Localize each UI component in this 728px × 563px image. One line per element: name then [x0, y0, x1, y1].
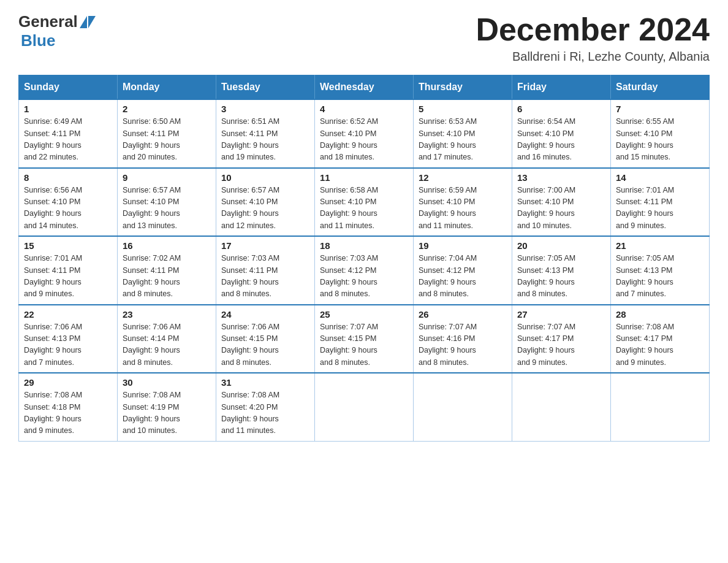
day-number: 1: [24, 104, 112, 114]
day-info: Sunrise: 7:04 AMSunset: 4:12 PMDaylight:…: [419, 253, 507, 301]
week-row: 8Sunrise: 6:56 AMSunset: 4:10 PMDaylight…: [19, 168, 710, 237]
calendar-cell: 17Sunrise: 7:03 AMSunset: 4:11 PMDayligh…: [216, 236, 315, 305]
calendar-cell: 11Sunrise: 6:58 AMSunset: 4:10 PMDayligh…: [315, 168, 414, 237]
calendar-cell: 2Sunrise: 6:50 AMSunset: 4:11 PMDaylight…: [118, 99, 216, 168]
calendar-cell: 3Sunrise: 6:51 AMSunset: 4:11 PMDaylight…: [216, 99, 315, 168]
day-number: 18: [320, 240, 408, 251]
day-info: Sunrise: 6:55 AMSunset: 4:10 PMDaylight:…: [616, 116, 704, 164]
calendar-table: SundayMondayTuesdayWednesdayThursdayFrid…: [18, 75, 710, 442]
day-number: 3: [221, 104, 309, 114]
calendar-cell: 20Sunrise: 7:05 AMSunset: 4:13 PMDayligh…: [512, 236, 611, 305]
day-header-tuesday: Tuesday: [216, 75, 315, 100]
day-number: 13: [517, 172, 605, 183]
calendar-cell: 30Sunrise: 7:08 AMSunset: 4:19 PMDayligh…: [118, 373, 216, 441]
day-number: 9: [123, 172, 211, 183]
calendar-cell: 13Sunrise: 7:00 AMSunset: 4:10 PMDayligh…: [512, 168, 611, 237]
calendar-cell: 18Sunrise: 7:03 AMSunset: 4:12 PMDayligh…: [315, 236, 414, 305]
day-info: Sunrise: 7:03 AMSunset: 4:11 PMDaylight:…: [221, 253, 309, 301]
calendar-cell: 28Sunrise: 7:08 AMSunset: 4:17 PMDayligh…: [611, 305, 710, 373]
day-info: Sunrise: 6:59 AMSunset: 4:10 PMDaylight:…: [419, 185, 507, 232]
calendar-cell: [611, 373, 710, 441]
day-number: 29: [24, 377, 112, 388]
calendar-cell: 23Sunrise: 7:06 AMSunset: 4:14 PMDayligh…: [118, 305, 216, 373]
day-header-thursday: Thursday: [414, 75, 512, 100]
day-number: 26: [419, 309, 507, 320]
logo-icon: [80, 16, 96, 28]
day-info: Sunrise: 6:57 AMSunset: 4:10 PMDaylight:…: [123, 185, 211, 232]
calendar-cell: 25Sunrise: 7:07 AMSunset: 4:15 PMDayligh…: [315, 305, 414, 373]
day-info: Sunrise: 7:07 AMSunset: 4:16 PMDaylight:…: [419, 321, 507, 369]
calendar-cell: 31Sunrise: 7:08 AMSunset: 4:20 PMDayligh…: [216, 373, 315, 441]
day-info: Sunrise: 7:08 AMSunset: 4:20 PMDaylight:…: [221, 389, 309, 437]
day-number: 31: [221, 377, 309, 388]
logo-blue-text: Blue: [21, 31, 55, 50]
calendar-cell: 19Sunrise: 7:04 AMSunset: 4:12 PMDayligh…: [414, 236, 512, 305]
calendar-cell: 21Sunrise: 7:05 AMSunset: 4:13 PMDayligh…: [611, 236, 710, 305]
calendar-cell: 12Sunrise: 6:59 AMSunset: 4:10 PMDayligh…: [414, 168, 512, 237]
location-title: Balldreni i Ri, Lezhe County, Albania: [476, 50, 710, 64]
calendar-cell: 15Sunrise: 7:01 AMSunset: 4:11 PMDayligh…: [19, 236, 118, 305]
day-info: Sunrise: 6:52 AMSunset: 4:10 PMDaylight:…: [320, 116, 408, 164]
day-number: 10: [221, 172, 309, 183]
calendar-cell: 29Sunrise: 7:08 AMSunset: 4:18 PMDayligh…: [19, 373, 118, 441]
calendar-cell: 7Sunrise: 6:55 AMSunset: 4:10 PMDaylight…: [611, 99, 710, 168]
calendar-cell: 16Sunrise: 7:02 AMSunset: 4:11 PMDayligh…: [118, 236, 216, 305]
day-number: 14: [616, 172, 704, 183]
week-row: 1Sunrise: 6:49 AMSunset: 4:11 PMDaylight…: [19, 99, 710, 168]
day-info: Sunrise: 7:08 AMSunset: 4:19 PMDaylight:…: [123, 389, 211, 437]
day-info: Sunrise: 6:54 AMSunset: 4:10 PMDaylight:…: [517, 116, 605, 164]
calendar-cell: 22Sunrise: 7:06 AMSunset: 4:13 PMDayligh…: [19, 305, 118, 373]
calendar-cell: 4Sunrise: 6:52 AMSunset: 4:10 PMDaylight…: [315, 99, 414, 168]
day-info: Sunrise: 6:56 AMSunset: 4:10 PMDaylight:…: [24, 185, 112, 232]
day-number: 27: [517, 309, 605, 320]
day-info: Sunrise: 7:05 AMSunset: 4:13 PMDaylight:…: [616, 253, 704, 301]
day-info: Sunrise: 7:05 AMSunset: 4:13 PMDaylight:…: [517, 253, 605, 301]
days-header-row: SundayMondayTuesdayWednesdayThursdayFrid…: [19, 75, 710, 100]
day-info: Sunrise: 6:51 AMSunset: 4:11 PMDaylight:…: [221, 116, 309, 164]
day-info: Sunrise: 6:49 AMSunset: 4:11 PMDaylight:…: [24, 116, 112, 164]
day-number: 2: [123, 104, 211, 114]
calendar-cell: [315, 373, 414, 441]
day-info: Sunrise: 7:07 AMSunset: 4:17 PMDaylight:…: [517, 321, 605, 369]
day-info: Sunrise: 7:06 AMSunset: 4:14 PMDaylight:…: [123, 321, 211, 369]
day-number: 21: [616, 240, 704, 251]
day-number: 22: [24, 309, 112, 320]
day-header-sunday: Sunday: [19, 75, 118, 100]
week-row: 29Sunrise: 7:08 AMSunset: 4:18 PMDayligh…: [19, 373, 710, 441]
title-area: December 2024 Balldreni i Ri, Lezhe Coun…: [476, 12, 710, 64]
day-number: 4: [320, 104, 408, 114]
calendar-cell: [414, 373, 512, 441]
day-info: Sunrise: 6:57 AMSunset: 4:10 PMDaylight:…: [221, 185, 309, 232]
day-info: Sunrise: 7:06 AMSunset: 4:15 PMDaylight:…: [221, 321, 309, 369]
day-number: 23: [123, 309, 211, 320]
day-info: Sunrise: 7:06 AMSunset: 4:13 PMDaylight:…: [24, 321, 112, 369]
day-number: 5: [419, 104, 507, 114]
calendar-cell: 24Sunrise: 7:06 AMSunset: 4:15 PMDayligh…: [216, 305, 315, 373]
day-header-monday: Monday: [118, 75, 216, 100]
calendar-cell: [512, 373, 611, 441]
calendar-cell: 6Sunrise: 6:54 AMSunset: 4:10 PMDaylight…: [512, 99, 611, 168]
day-number: 8: [24, 172, 112, 183]
calendar-cell: 27Sunrise: 7:07 AMSunset: 4:17 PMDayligh…: [512, 305, 611, 373]
week-row: 15Sunrise: 7:01 AMSunset: 4:11 PMDayligh…: [19, 236, 710, 305]
day-header-wednesday: Wednesday: [315, 75, 414, 100]
calendar-cell: 1Sunrise: 6:49 AMSunset: 4:11 PMDaylight…: [19, 99, 118, 168]
day-header-saturday: Saturday: [611, 75, 710, 100]
day-info: Sunrise: 7:00 AMSunset: 4:10 PMDaylight:…: [517, 185, 605, 232]
page-header: General Blue December 2024 Balldreni i R…: [18, 12, 710, 64]
calendar-cell: 8Sunrise: 6:56 AMSunset: 4:10 PMDaylight…: [19, 168, 118, 237]
day-number: 11: [320, 172, 408, 183]
day-info: Sunrise: 7:03 AMSunset: 4:12 PMDaylight:…: [320, 253, 408, 301]
calendar-cell: 14Sunrise: 7:01 AMSunset: 4:11 PMDayligh…: [611, 168, 710, 237]
logo: General Blue: [18, 12, 97, 50]
week-row: 22Sunrise: 7:06 AMSunset: 4:13 PMDayligh…: [19, 305, 710, 373]
day-info: Sunrise: 7:01 AMSunset: 4:11 PMDaylight:…: [24, 253, 112, 301]
day-number: 20: [517, 240, 605, 251]
day-info: Sunrise: 7:01 AMSunset: 4:11 PMDaylight:…: [616, 185, 704, 232]
day-number: 16: [123, 240, 211, 251]
day-number: 12: [419, 172, 507, 183]
day-header-friday: Friday: [512, 75, 611, 100]
day-number: 15: [24, 240, 112, 251]
day-number: 25: [320, 309, 408, 320]
day-info: Sunrise: 6:50 AMSunset: 4:11 PMDaylight:…: [123, 116, 211, 164]
